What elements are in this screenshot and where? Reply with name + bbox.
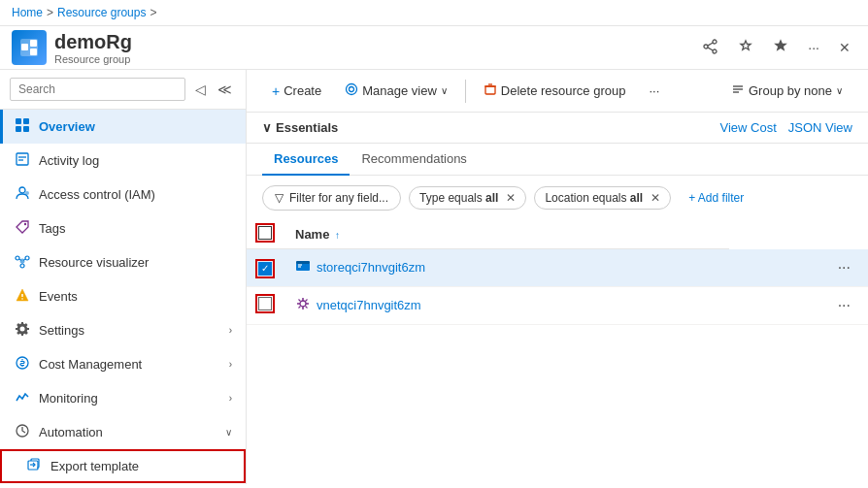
filter-field-button[interactable]: ▽ Filter for any field... [262, 185, 401, 211]
sidebar-item-label-resource-visualizer: Resource visualizer [39, 255, 149, 270]
filter-tag-type-close[interactable]: ✕ [506, 191, 516, 205]
json-view-link[interactable]: JSON View [788, 120, 852, 135]
breadcrumb: Home > Resource groups > [0, 0, 868, 26]
svg-point-28 [21, 298, 23, 300]
view-cost-link[interactable]: View Cost [719, 120, 776, 135]
essentials-chevron-icon: ∨ [262, 120, 272, 135]
automation-chevron-icon: ∨ [225, 427, 232, 438]
resources-table: Name ↑ ✓ storeqci [247, 220, 868, 325]
toolbar-right: Group by none ∨ [721, 78, 852, 104]
sidebar-item-overview[interactable]: Overview [0, 110, 246, 144]
sidebar-item-tags[interactable]: Tags [0, 211, 246, 245]
star-button[interactable] [767, 35, 794, 61]
manage-view-label: Manage view [362, 83, 437, 98]
svg-rect-12 [23, 126, 29, 132]
svg-point-19 [20, 259, 25, 264]
svg-line-7 [708, 43, 713, 46]
events-icon [14, 287, 31, 306]
row-checkbox-1[interactable]: ✓ [258, 262, 272, 276]
add-filter-button[interactable]: + Add filter [679, 187, 753, 209]
sidebar-item-automation[interactable]: Automation ∨ [0, 415, 246, 449]
essentials-links: View Cost JSON View [719, 120, 852, 135]
row-checkbox-2[interactable] [258, 297, 272, 310]
filter-tag-location-label: Location equals all [545, 191, 643, 205]
more-toolbar-button[interactable]: ··· [639, 79, 669, 103]
create-icon: + [272, 83, 280, 99]
breadcrumb-resource-groups[interactable]: Resource groups [57, 6, 146, 19]
sidebar-item-label-events: Events [39, 289, 78, 304]
toolbar: + Create Manage view ∨ Delete resource g… [247, 70, 868, 113]
title-actions: ··· ✕ [697, 35, 856, 61]
filter-tag-type: Type equals all ✕ [409, 186, 526, 210]
tags-icon [14, 219, 31, 238]
row-more-button-1[interactable]: ··· [832, 257, 856, 278]
content-area: + Create Manage view ∨ Delete resource g… [247, 70, 868, 484]
sidebar-item-cost-management[interactable]: Cost Management › [0, 347, 246, 381]
search-input[interactable] [10, 78, 185, 101]
breadcrumb-home[interactable]: Home [12, 6, 43, 19]
title-text: demoRg Resource group [54, 31, 132, 65]
svg-point-29 [20, 327, 25, 332]
sidebar-item-resource-visualizer[interactable]: Resource visualizer [0, 245, 246, 279]
sidebar-item-label-tags: Tags [39, 221, 65, 236]
svg-point-5 [704, 45, 708, 49]
row-name-cell-1: storeqci7hnvgit6zm [284, 249, 729, 287]
svg-point-35 [347, 84, 357, 95]
manage-view-button[interactable]: Manage view ∨ [335, 78, 457, 104]
filter-label: Filter for any field... [289, 191, 388, 205]
sidebar-item-events[interactable]: Events [0, 279, 246, 313]
favorite-button[interactable] [732, 35, 759, 61]
group-by-chevron-icon: ∨ [836, 85, 843, 96]
svg-point-4 [713, 40, 717, 44]
resource-visualizer-icon [14, 253, 31, 272]
close-button[interactable]: ✕ [833, 36, 856, 59]
sidebar-action-buttons: ◁ ≪ [191, 80, 236, 99]
sidebar-item-export-template[interactable]: Export template [0, 449, 246, 483]
tab-recommendations[interactable]: Recommendations [350, 144, 478, 176]
header-checkbox-cell [247, 220, 284, 249]
svg-point-20 [16, 256, 19, 260]
tab-resources[interactable]: Resources [262, 144, 350, 176]
create-button[interactable]: + Create [262, 79, 331, 104]
table-row: ✓ storeqci7hnvgit6zm ··· [247, 249, 868, 287]
automation-icon [14, 423, 31, 441]
title-bar: demoRg Resource group ··· ✕ [0, 26, 868, 70]
resource-group-icon [12, 30, 47, 65]
share-button[interactable] [697, 35, 724, 61]
header-checkbox[interactable] [258, 226, 272, 240]
page-title: demoRg [54, 31, 132, 53]
monitoring-chevron-icon: › [229, 393, 232, 404]
table-row: vnetqci7hnvgit6zm ··· [247, 286, 868, 324]
sidebar-item-activity-log[interactable]: Activity log [0, 144, 246, 178]
filter-tag-location-close[interactable]: ✕ [651, 191, 660, 205]
collapse-sidebar-button[interactable]: ◁ [191, 80, 210, 99]
breadcrumb-sep2: > [150, 6, 156, 19]
resource-link-2[interactable]: vnetqci7hnvgit6zm [295, 296, 718, 314]
resource-name-1: storeqci7hnvgit6zm [317, 260, 425, 275]
svg-rect-10 [23, 118, 29, 124]
sidebar-item-help[interactable]: Help › [0, 483, 246, 484]
expand-sidebar-button[interactable]: ≪ [214, 80, 236, 99]
row-more-button-2[interactable]: ··· [832, 295, 856, 316]
svg-rect-2 [30, 40, 37, 47]
resource-link-1[interactable]: storeqci7hnvgit6zm [295, 258, 718, 277]
group-by-button[interactable]: Group by none ∨ [721, 78, 852, 104]
svg-rect-13 [17, 153, 28, 165]
svg-rect-3 [30, 49, 37, 55]
page-subtitle: Resource group [54, 53, 132, 65]
breadcrumb-sep1: > [47, 6, 53, 19]
delete-button[interactable]: Delete resource group [474, 78, 636, 104]
sidebar-item-monitoring[interactable]: Monitoring › [0, 381, 246, 415]
column-name: Name ↑ [284, 220, 729, 249]
main-layout: ◁ ≪ Overview Activity log Access control… [0, 70, 868, 484]
sidebar-item-access-control[interactable]: Access control (IAM) [0, 178, 246, 211]
sidebar-item-settings[interactable]: Settings › [0, 313, 246, 347]
essentials-toggle[interactable]: ∨ Essentials [262, 120, 338, 135]
svg-point-18 [24, 223, 26, 225]
svg-point-47 [300, 301, 306, 307]
svg-rect-11 [16, 126, 21, 132]
more-options-button[interactable]: ··· [802, 36, 825, 59]
sidebar-item-label-access-control: Access control (IAM) [39, 187, 155, 202]
row-checkbox-cell-2 [247, 286, 284, 324]
table-header-row: Name ↑ [247, 220, 868, 249]
